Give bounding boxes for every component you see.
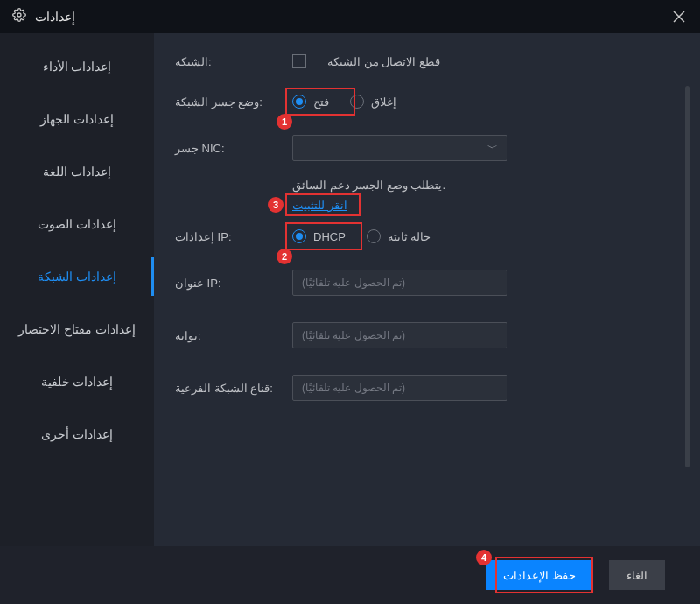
cancel-button[interactable]: الغاء: [609, 560, 665, 590]
sidebar-item-shortcut[interactable]: إعدادات مفتاح الاختصار: [0, 303, 154, 355]
sidebar-item-label: إعدادات الشبكة: [38, 270, 116, 284]
bridge-open-radio[interactable]: فتح: [292, 95, 329, 109]
sidebar-item-label: إعدادات اللغة: [43, 165, 111, 179]
gateway-label: بوابة:: [175, 329, 280, 342]
placeholder-text: (تم الحصول عليه تلقائيًا): [302, 329, 405, 341]
ip-settings-label: إعدادات IP:: [175, 230, 280, 243]
footer: حفظ الإعدادات الغاء 4: [0, 546, 700, 604]
disconnect-checkbox[interactable]: [292, 54, 306, 68]
sidebar-item-label: إعدادات خلفية: [41, 375, 114, 389]
button-label: الغاء: [626, 569, 648, 582]
scrollbar[interactable]: [685, 86, 690, 467]
network-label: الشبكة:: [175, 55, 280, 68]
sidebar-item-sound[interactable]: إعدادات الصوت: [0, 198, 154, 250]
button-label: حفظ الإعدادات: [503, 569, 576, 582]
nic-select[interactable]: ﹀: [292, 135, 508, 161]
placeholder-text: (تم الحصول عليه تلقائيًا): [302, 382, 405, 394]
sidebar-item-label: إعدادات الجهاز: [40, 112, 114, 126]
sidebar-item-network[interactable]: إعدادات الشبكة: [0, 250, 154, 303]
sidebar-item-label: إعدادات أخرى: [41, 427, 113, 441]
save-button[interactable]: حفظ الإعدادات: [486, 560, 593, 590]
radio-label: فتح: [313, 95, 329, 109]
sidebar: إعدادات الأداء إعدادات الجهاز إعدادات ال…: [0, 33, 154, 546]
sidebar-item-other[interactable]: إعدادات أخرى: [0, 408, 154, 460]
annotation-badge-3: 3: [268, 197, 284, 213]
sidebar-item-label: إعدادات الصوت: [38, 217, 116, 231]
sidebar-item-language[interactable]: إعدادات اللغة: [0, 145, 154, 198]
subnet-input[interactable]: (تم الحصول عليه تلقائيًا): [292, 375, 508, 401]
subnet-label: قناع الشبكة الفرعية:: [175, 382, 280, 395]
settings-window: إعدادات إعدادات الأداء إعدادات الجهاز إع…: [0, 0, 700, 604]
bridge-mode-label: وضع جسر الشبكة:: [175, 95, 280, 109]
nic-bridge-label: جسر NIC:: [175, 142, 280, 155]
disconnect-checkbox-label: قطع الاتصال من الشبكة: [327, 55, 440, 68]
radio-icon: [350, 95, 364, 109]
ip-static-radio[interactable]: حالة ثابتة: [367, 229, 431, 243]
ip-address-input[interactable]: (تم الحصول عليه تلقائيًا): [292, 270, 508, 296]
sidebar-item-label: إعدادات الأداء: [43, 60, 112, 74]
ip-dhcp-radio[interactable]: DHCP: [292, 229, 346, 243]
sidebar-item-device[interactable]: إعدادات الجهاز: [0, 93, 154, 145]
annotation-badge-1: 1: [276, 114, 292, 130]
sidebar-item-performance[interactable]: إعدادات الأداء: [0, 40, 154, 93]
driver-note: يتطلب وضع الجسر دعم السائق.: [292, 179, 665, 192]
bridge-close-radio[interactable]: إغلاق: [350, 95, 396, 109]
radio-label: حالة ثابتة: [388, 230, 431, 243]
settings-panel: الشبكة: قطع الاتصال من الشبكة وضع جسر ال…: [154, 33, 700, 546]
placeholder-text: (تم الحصول عليه تلقائيًا): [302, 277, 405, 289]
chevron-down-icon: ﹀: [487, 141, 498, 156]
radio-label: إغلاق: [371, 95, 396, 109]
radio-label: DHCP: [313, 230, 346, 243]
svg-point-0: [18, 13, 21, 17]
titlebar: إعدادات: [0, 0, 700, 33]
radio-icon: [367, 229, 381, 243]
gear-icon: [12, 8, 26, 25]
sidebar-item-wallpaper[interactable]: إعدادات خلفية: [0, 355, 154, 408]
radio-selected-icon: [292, 229, 306, 243]
radio-selected-icon: [292, 95, 306, 109]
ip-address-label: عنوان IP:: [175, 277, 280, 290]
close-button[interactable]: [670, 8, 688, 25]
annotation-badge-2: 2: [276, 249, 292, 264]
install-driver-link[interactable]: انقر للتثبيت: [292, 199, 347, 212]
window-title: إعدادات: [35, 10, 75, 24]
gateway-input[interactable]: (تم الحصول عليه تلقائيًا): [292, 322, 508, 348]
sidebar-item-label: إعدادات مفتاح الاختصار: [18, 322, 136, 336]
